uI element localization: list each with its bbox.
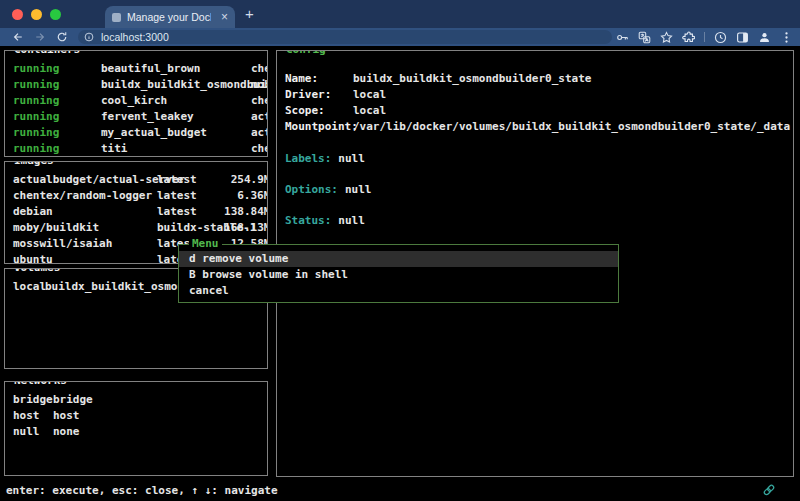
config-value: null <box>338 214 365 227</box>
container-row[interactable]: running fervent_leakey act <box>5 109 267 125</box>
extensions-icon[interactable] <box>682 31 695 44</box>
network-name: null <box>13 424 40 440</box>
extension-icon[interactable] <box>714 31 727 44</box>
image-size: 168.13MB <box>185 220 267 236</box>
close-window-button[interactable] <box>12 9 23 20</box>
container-row[interactable]: running my_actual_budget act <box>5 125 267 141</box>
volume-driver: local <box>13 279 46 295</box>
tab-close-icon[interactable]: × <box>221 11 228 23</box>
config-field-mountpoint: Mountpoint: /var/lib/docker/volumes/buil… <box>277 119 793 135</box>
connection-link-icon <box>762 483 776 497</box>
container-name: fervent_leakey <box>101 109 194 125</box>
overflow-menu-icon[interactable] <box>780 31 793 44</box>
image-row[interactable]: chentex/random-logger latest 6.36MB <box>5 188 267 204</box>
config-key: Options: <box>285 183 338 196</box>
isaiah-app: Containers running beautiful_brown che r… <box>0 46 800 501</box>
config-value: /var/lib/docker/volumes/buildx_buildkit_… <box>353 119 790 135</box>
container-row[interactable]: running titi che <box>5 141 267 157</box>
network-driver: none <box>53 424 80 440</box>
browser-tab[interactable]: Manage your Docker fleet wi × <box>105 6 235 28</box>
tab-favicon-icon <box>112 13 121 22</box>
container-image: mob <box>251 77 267 93</box>
minimize-window-button[interactable] <box>31 9 42 20</box>
container-image: act <box>251 125 267 141</box>
network-driver: host <box>53 408 80 424</box>
image-row[interactable]: debian latest 138.84MB <box>5 204 267 220</box>
container-status: running <box>13 141 59 157</box>
image-size: 254.9MB <box>185 172 267 188</box>
container-status: running <box>13 125 59 141</box>
image-name: ubuntu <box>13 252 53 264</box>
container-name: cool_kirch <box>101 93 167 109</box>
config-value: null <box>338 152 365 165</box>
browser-toolbar: localhost:3000 <box>0 28 800 46</box>
network-name: host <box>13 408 40 424</box>
container-image: che <box>251 61 267 77</box>
image-name: debian <box>13 204 53 220</box>
key-icon[interactable] <box>616 31 629 44</box>
config-key: Name: <box>285 71 318 87</box>
new-tab-button[interactable]: + <box>245 5 254 22</box>
toolbar-separator <box>704 32 705 42</box>
config-field-driver: Driver: local <box>277 87 793 103</box>
container-status: running <box>13 93 59 109</box>
config-value: local <box>353 103 386 119</box>
config-key: Scope: <box>285 103 325 119</box>
container-name: my_actual_budget <box>101 125 207 141</box>
images-panel-title: Images <box>11 161 57 167</box>
forward-icon[interactable] <box>34 31 46 43</box>
zoom-window-button[interactable] <box>50 9 61 20</box>
container-name: beautiful_brown <box>101 61 200 77</box>
networks-panel-title: Networks <box>11 381 70 387</box>
config-field-labels: Labels:null <box>277 151 793 167</box>
config-value: buildx_buildkit_osmondbuilder0_state <box>353 71 591 87</box>
config-key: Driver: <box>285 87 331 103</box>
network-name: bridge <box>13 392 53 408</box>
address-bar[interactable]: localhost:3000 <box>78 30 612 44</box>
image-size: 138.84MB <box>185 204 267 220</box>
menu-title: Menu <box>189 237 222 250</box>
browser-window: Manage your Docker fleet wi × + localhos… <box>0 0 800 501</box>
image-row[interactable]: moby/buildkit buildx-stable-1 168.13MB <box>5 220 267 236</box>
config-key: Status: <box>285 214 331 227</box>
tab-title: Manage your Docker fleet wi <box>127 11 211 23</box>
container-status: running <box>13 61 59 77</box>
container-image: che <box>251 141 267 157</box>
bookmark-star-icon[interactable] <box>660 31 673 44</box>
network-row[interactable]: null none <box>5 424 267 440</box>
config-panel-title: Config <box>283 50 329 56</box>
site-info-icon[interactable] <box>84 32 94 42</box>
back-icon[interactable] <box>12 31 24 43</box>
config-field-scope: Scope: local <box>277 103 793 119</box>
network-row[interactable]: host host <box>5 408 267 424</box>
profile-icon[interactable] <box>758 31 771 44</box>
container-name: titi <box>101 141 128 157</box>
container-row[interactable]: running beautiful_brown che <box>5 61 267 77</box>
side-panel-icon[interactable] <box>736 31 749 44</box>
menu-item-remove-volume[interactable]: d remove volume <box>179 251 618 267</box>
network-driver: bridge <box>53 392 93 408</box>
url-text: localhost:3000 <box>101 30 169 44</box>
titlebar: Manage your Docker fleet wi × + <box>0 0 800 28</box>
container-row[interactable]: running cool_kirch che <box>5 93 267 109</box>
config-value: null <box>345 183 372 196</box>
containers-panel-title: Containers <box>11 50 83 56</box>
network-row[interactable]: bridge bridge <box>5 392 267 408</box>
config-value: local <box>353 87 386 103</box>
reload-icon[interactable] <box>56 31 68 43</box>
image-name: moby/buildkit <box>13 220 99 236</box>
translate-icon[interactable] <box>638 31 651 44</box>
container-image: che <box>251 93 267 109</box>
container-status: running <box>13 77 59 93</box>
container-row[interactable]: running buildx_buildkit_osmondbuilder0 m… <box>5 77 267 93</box>
menu-item-browse-volume-in-shell[interactable]: B browse volume in shell <box>179 267 618 283</box>
window-controls <box>12 9 61 20</box>
menu-item-cancel[interactable]: cancel <box>179 283 618 299</box>
config-field-name: Name: buildx_buildkit_osmondbuilder0_sta… <box>277 71 793 87</box>
volumes-panel-title: Volumes <box>11 268 63 274</box>
container-image: act <box>251 109 267 125</box>
container-name: buildx_buildkit_osmondbuilder0 <box>101 77 267 93</box>
keybind-help-bar: enter: execute, esc: close, ↑ ↓: navigat… <box>6 484 278 500</box>
config-key: Labels: <box>285 152 331 165</box>
image-row[interactable]: actualbudget/actual-server latest 254.9M… <box>5 172 267 188</box>
